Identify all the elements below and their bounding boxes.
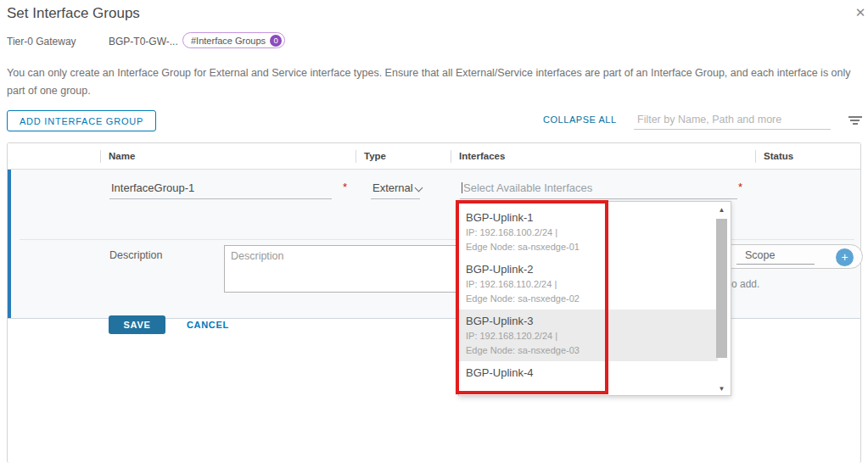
interface-name: BGP-Uplink-3	[466, 313, 718, 329]
save-button[interactable]: SAVE	[109, 315, 165, 334]
column-divider	[356, 150, 356, 163]
table-header-row: Name Type Interfaces Status	[8, 143, 860, 170]
description-textarea[interactable]	[224, 245, 457, 293]
type-select[interactable]: External	[371, 180, 420, 199]
add-hint-text: o add.	[731, 278, 759, 290]
interface-ip: IP: 192.168.120.2/24 |	[466, 329, 718, 343]
type-select-value: External	[372, 181, 413, 194]
collapse-all-link[interactable]: COLLAPSE ALL	[543, 114, 617, 125]
dropdown-item[interactable]: BGP-Uplink-2IP: 192.168.110.2/24 |Edge N…	[459, 258, 718, 310]
badge-count: 0	[270, 35, 282, 47]
dialog-title: Set Interface Groups	[7, 5, 140, 22]
set-interface-groups-dialog: Set Interface Groups ✕ Tier-0 Gateway BG…	[0, 0, 868, 463]
interfaces-combobox[interactable]: Select Available Interfaces	[460, 180, 737, 199]
scroll-down-icon[interactable]: ▼	[716, 383, 727, 394]
interface-name: BGP-Uplink-1	[466, 209, 718, 226]
interface-groups-table: Name Type Interfaces Status * External S…	[7, 142, 861, 463]
chevron-down-icon	[415, 184, 423, 192]
column-divider	[100, 150, 101, 163]
badge-label: #Interface Groups	[191, 36, 266, 46]
interface-edge-node: Edge Node: sa-nsxedge-03	[466, 343, 718, 358]
interface-edge-node: Edge Node: sa-nsxedge-01	[466, 240, 718, 254]
column-header-interfaces: Interfaces	[459, 151, 505, 161]
interface-name: BGP-Uplink-4	[466, 365, 718, 381]
scope-input[interactable]: Scope	[736, 248, 815, 265]
column-divider	[755, 150, 756, 163]
scrollbar-thumb[interactable]	[716, 219, 727, 358]
group-name-input[interactable]	[109, 180, 332, 199]
required-marker: *	[738, 181, 742, 193]
dropdown-scrollbar[interactable]: ▲ ▼	[716, 204, 727, 394]
interface-ip: IP: 192.168.110.2/24 |	[466, 277, 718, 292]
edit-row-accent-bar	[8, 170, 11, 318]
column-header-name: Name	[109, 151, 135, 161]
close-icon[interactable]: ✕	[852, 4, 868, 21]
intro-text: You can only create an Interface Group f…	[7, 64, 855, 100]
required-marker: *	[343, 181, 347, 193]
filter-input[interactable]	[634, 112, 831, 130]
add-tag-plus-icon[interactable]: +	[836, 248, 854, 266]
dropdown-item[interactable]: BGP-Uplink-1IP: 192.168.100.2/24 |Edge N…	[459, 206, 718, 258]
add-interface-group-button[interactable]: ADD INTERFACE GROUP	[7, 110, 156, 131]
filter-icon[interactable]	[848, 116, 862, 126]
interfaces-dropdown-list: BGP-Uplink-1IP: 192.168.100.2/24 |Edge N…	[459, 206, 718, 396]
gateway-type-label: Tier-0 Gateway	[7, 36, 76, 47]
column-header-type: Type	[364, 151, 386, 161]
interface-name: BGP-Uplink-2	[466, 261, 718, 277]
gateway-name: BGP-T0-GW-...	[109, 36, 178, 47]
edit-row: * External Select Available Interfaces *…	[8, 170, 860, 319]
interface-ip: IP: 192.168.100.2/24 |	[466, 226, 718, 240]
available-interfaces-dropdown: BGP-Uplink-1IP: 192.168.100.2/24 |Edge N…	[458, 201, 731, 396]
interface-edge-node: Edge Node: sa-nsxedge-02	[466, 292, 718, 306]
dropdown-item[interactable]: BGP-Uplink-4	[459, 361, 718, 396]
column-header-status: Status	[764, 151, 793, 161]
interface-groups-badge: #Interface Groups 0	[182, 32, 285, 48]
dropdown-item[interactable]: BGP-Uplink-3IP: 192.168.120.2/24 |Edge N…	[459, 310, 718, 361]
column-divider	[451, 150, 451, 163]
interfaces-placeholder: Select Available Interfaces	[463, 181, 592, 194]
description-label: Description	[109, 249, 163, 261]
scroll-up-icon[interactable]: ▲	[716, 204, 727, 215]
cancel-button[interactable]: CANCEL	[187, 320, 229, 330]
text-cursor	[462, 182, 462, 193]
